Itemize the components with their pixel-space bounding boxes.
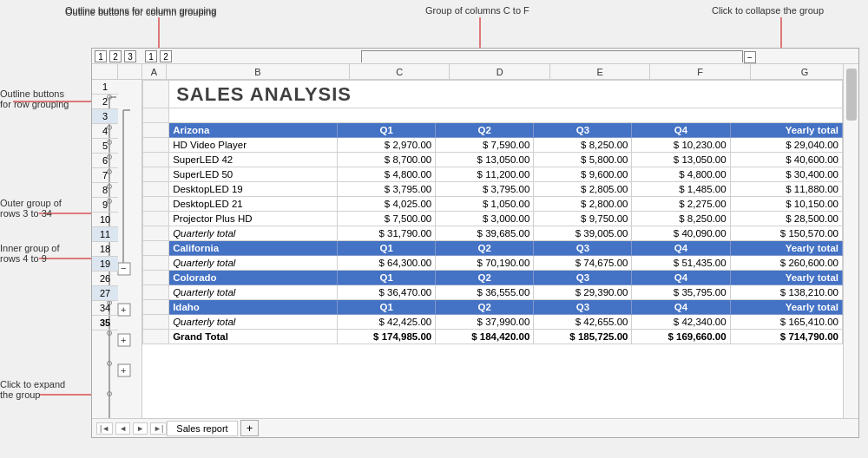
cell-a4 xyxy=(143,138,169,153)
sheet-tab-sales-report[interactable]: Sales report xyxy=(167,421,237,436)
row-outline-level-3[interactable]: 3 xyxy=(124,50,136,62)
outline-spacer xyxy=(118,64,142,79)
cell-c9: $ 7,500.00 xyxy=(338,212,436,226)
cell-b2 xyxy=(169,108,843,123)
cell-c6: $ 4,800.00 xyxy=(338,167,436,182)
scrollbar-right[interactable] xyxy=(843,64,858,420)
col-collapse-button[interactable]: − xyxy=(744,51,756,63)
sheet-nav-last[interactable]: ►| xyxy=(150,422,167,435)
cell-d4: $ 7,590.00 xyxy=(436,138,534,153)
table-row-quarterly-arizona: Quarterly total $ 31,790.00 $ 39,685.00 … xyxy=(143,226,843,241)
svg-text:Outline buttons for column gro: Outline buttons for column grouping xyxy=(65,5,216,16)
cell-e3: Q3 xyxy=(534,123,632,138)
table-row xyxy=(143,108,843,123)
cell-d5: $ 13,050.00 xyxy=(436,153,534,167)
cell-e6: $ 9,600.00 xyxy=(534,167,632,182)
cell-d26: $ 36,555.00 xyxy=(436,285,534,300)
cell-f7: $ 1,485.00 xyxy=(632,182,730,197)
col-header-e: E xyxy=(550,64,651,79)
cell-f6: $ 4,800.00 xyxy=(632,167,730,182)
cell-e10: $ 39,005.00 xyxy=(534,226,632,241)
sheet-nav-first[interactable]: |◄ xyxy=(96,422,113,435)
svg-text:for row grouping: for row grouping xyxy=(0,99,69,109)
table-row: SuperLED 42 $ 8,700.00 $ 13,050.00 $ 5,8… xyxy=(143,153,843,167)
cell-e26: $ 29,390.00 xyxy=(534,285,632,300)
cell-g35: $ 714,790.00 xyxy=(730,330,842,344)
table-row: DesktopLED 19 $ 3,795.00 $ 3,795.00 $ 2,… xyxy=(143,182,843,197)
svg-text:rows 4 to 9: rows 4 to 9 xyxy=(0,253,47,264)
table-row-state-arizona: Arizona Q1 Q2 Q3 Q4 Yearly total xyxy=(143,123,843,138)
cell-d10: $ 39,685.00 xyxy=(436,226,534,241)
cell-d34: $ 37,990.00 xyxy=(436,315,534,330)
svg-text:−: − xyxy=(121,263,126,273)
cell-e34: $ 42,655.00 xyxy=(534,315,632,330)
svg-text:the group: the group xyxy=(0,389,40,400)
cell-e8: $ 2,800.00 xyxy=(534,197,632,212)
cell-b6: SuperLED 50 xyxy=(169,167,338,182)
cell-c19: Q1 xyxy=(338,271,436,285)
row-numbers-col: 1 2 3 4 5 6 7 8 9 10 11 18 19 26 27 34 3… xyxy=(92,80,118,330)
cell-d19: Q2 xyxy=(436,271,534,285)
svg-text:Outline buttons: Outline buttons xyxy=(0,88,64,99)
cell-a34 xyxy=(143,315,169,330)
cell-g27-yearly: Yearly total xyxy=(730,300,842,315)
cell-a3 xyxy=(143,123,169,138)
svg-text:+: + xyxy=(121,365,126,376)
scroll-thumb-right[interactable] xyxy=(846,69,857,121)
cell-f8: $ 2,275.00 xyxy=(632,197,730,212)
rn-19: 19 xyxy=(92,257,118,272)
cell-a2 xyxy=(143,108,169,123)
cell-c7: $ 3,795.00 xyxy=(338,182,436,197)
cell-c18: $ 64,300.00 xyxy=(338,256,436,271)
svg-text:+: + xyxy=(121,335,126,345)
cell-e9: $ 9,750.00 xyxy=(534,212,632,226)
cell-b5: SuperLED 42 xyxy=(169,153,338,167)
rn-1: 1 xyxy=(92,80,118,95)
svg-text:Outer group of: Outer group of xyxy=(0,198,62,208)
cell-e19: Q3 xyxy=(534,271,632,285)
cell-a35 xyxy=(143,330,169,344)
table-row-state-colorado: Colorado Q1 Q2 Q3 Q4 Yearly total xyxy=(143,271,843,285)
cell-b34-quarterly: Quarterly total xyxy=(169,315,338,330)
cell-f5: $ 13,050.00 xyxy=(632,153,730,167)
sheet-table: SALES ANALYSIS Arizona Q1 Q2 Q3 Q4 Yearl… xyxy=(142,80,843,344)
cell-a11 xyxy=(143,241,169,256)
cell-a18 xyxy=(143,256,169,271)
cell-f10: $ 40,090.00 xyxy=(632,226,730,241)
data-grid: SALES ANALYSIS Arizona Q1 Q2 Q3 Q4 Yearl… xyxy=(142,80,843,420)
cell-g9: $ 28,500.00 xyxy=(730,212,842,226)
cell-a9 xyxy=(143,212,169,226)
cell-b10-quarterly: Quarterly total xyxy=(169,226,338,241)
cell-f26: $ 35,795.00 xyxy=(632,285,730,300)
col-header-d: D xyxy=(450,64,550,79)
row-outline-level-1[interactable]: 1 xyxy=(95,50,107,62)
cell-f19: Q4 xyxy=(632,271,730,285)
col-header-c: C xyxy=(350,64,450,79)
table-row: SuperLED 50 $ 4,800.00 $ 11,200.00 $ 9,6… xyxy=(143,167,843,182)
col-header-b: B xyxy=(167,64,350,79)
cell-b27: Idaho xyxy=(169,300,338,315)
sheet-nav-prev[interactable]: ◄ xyxy=(115,422,130,435)
cell-a5 xyxy=(143,153,169,167)
rn-27: 27 xyxy=(92,286,118,301)
cell-g3-yearly: Yearly total xyxy=(730,123,842,138)
cell-a27 xyxy=(143,300,169,315)
col-outline-level-1[interactable]: 1 xyxy=(145,50,157,62)
sheet-tab-add-button[interactable]: + xyxy=(240,420,260,436)
cell-d27: Q2 xyxy=(436,300,534,315)
rn-9: 9 xyxy=(92,198,118,213)
cell-a7 xyxy=(143,182,169,197)
sheet-nav-buttons: |◄ ◄ ► ►| xyxy=(96,422,167,435)
cell-a8 xyxy=(143,197,169,212)
rn-34: 34 xyxy=(92,301,118,316)
cell-g26: $ 138,210.00 xyxy=(730,285,842,300)
rn-2: 2 xyxy=(92,95,118,109)
row-outline-level-2[interactable]: 2 xyxy=(109,50,122,62)
cell-e5: $ 5,800.00 xyxy=(534,153,632,167)
title-cell: SALES ANALYSIS xyxy=(169,81,843,108)
col-outline-level-2[interactable]: 2 xyxy=(160,50,172,62)
sheet-nav-next[interactable]: ► xyxy=(133,422,148,435)
cell-d11: Q2 xyxy=(436,241,534,256)
svg-text:Group of columns C to F: Group of columns C to F xyxy=(425,5,529,16)
cell-f3: Q4 xyxy=(632,123,730,138)
